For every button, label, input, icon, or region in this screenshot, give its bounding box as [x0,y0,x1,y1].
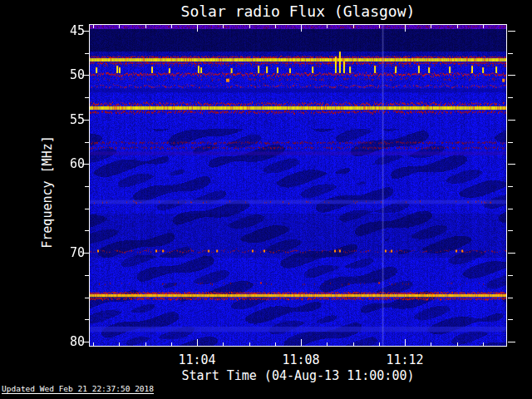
y-minor-tick-right [508,186,513,187]
x-minor-tick-top [275,25,276,28]
x-minor-tick-bottom [379,342,380,346]
x-minor-tick-top [431,25,431,28]
x-minor-tick-top [145,25,146,28]
y-tick-label: 55 [48,113,85,126]
x-major-tick-top [301,25,302,32]
x-minor-tick-top [249,25,250,28]
x-tick-label: 11:12 [376,352,434,367]
x-major-tick-bottom [301,339,302,346]
y-minor-tick-left [85,209,90,209]
y-minor-tick-left [85,298,90,298]
x-minor-tick-bottom [93,342,94,346]
chart-title: Solar radio Flux (Glasgow) [90,2,506,20]
x-minor-tick-bottom [483,342,484,346]
x-minor-tick-top [457,25,458,28]
y-tick-label: 50 [48,68,85,81]
y-minor-tick-right [508,230,513,231]
y-minor-tick-left [85,97,90,98]
y-major-tick-right [508,342,515,342]
x-minor-tick-top [223,25,224,28]
y-minor-tick-right [508,209,513,209]
y-minor-tick-left [85,186,90,187]
y-major-tick-right [508,164,515,165]
x-minor-tick-bottom [145,342,146,346]
x-minor-tick-bottom [119,342,120,346]
updated-timestamp: Updated Wed Feb 21 22:37:50 2018 [2,384,154,393]
y-minor-tick-left [85,319,90,320]
spectrogram-canvas [90,25,506,346]
y-minor-tick-right [508,142,513,143]
x-minor-tick-bottom [353,342,354,346]
x-minor-tick-bottom [457,342,458,346]
x-minor-tick-top [119,25,120,28]
x-minor-tick-bottom [275,342,276,346]
x-major-tick-top [197,25,198,32]
x-minor-tick-top [483,25,484,28]
x-minor-tick-top [171,25,172,28]
y-minor-tick-left [85,275,90,276]
y-minor-tick-left [85,53,90,54]
x-major-tick-top [405,25,406,32]
x-tick-label: 11:04 [168,352,226,367]
y-minor-tick-left [85,142,90,143]
solar-radio-flux-figure: Solar radio Flux (Glasgow) Frequency [MH… [0,0,532,399]
y-minor-tick-right [508,97,513,98]
y-minor-tick-right [508,53,513,54]
x-minor-tick-bottom [171,342,172,346]
y-tick-label: 80 [48,335,85,348]
x-minor-tick-top [93,25,94,28]
y-minor-tick-right [508,275,513,276]
y-minor-tick-right [508,319,513,320]
y-axis-title: Frequency [MHz] [40,121,55,263]
y-tick-label: 45 [48,24,85,37]
x-minor-tick-bottom [431,342,431,346]
y-tick-label: 70 [48,246,85,259]
x-axis-title: Start Time (04-Aug-13 11:00:00) [90,368,506,383]
x-minor-tick-top [379,25,380,28]
y-major-tick-right [508,31,515,32]
x-minor-tick-top [327,25,328,28]
y-tick-label: 60 [48,157,85,170]
x-minor-tick-bottom [249,342,250,346]
x-major-tick-bottom [405,339,406,346]
y-minor-tick-left [85,230,90,231]
y-major-tick-right [508,75,515,76]
x-minor-tick-bottom [327,342,328,346]
y-minor-tick-right [508,298,513,298]
y-major-tick-right [508,253,515,254]
x-tick-label: 11:08 [272,352,330,367]
x-minor-tick-top [353,25,354,28]
y-major-tick-right [508,120,515,121]
x-major-tick-bottom [197,339,198,346]
x-minor-tick-bottom [223,342,224,346]
